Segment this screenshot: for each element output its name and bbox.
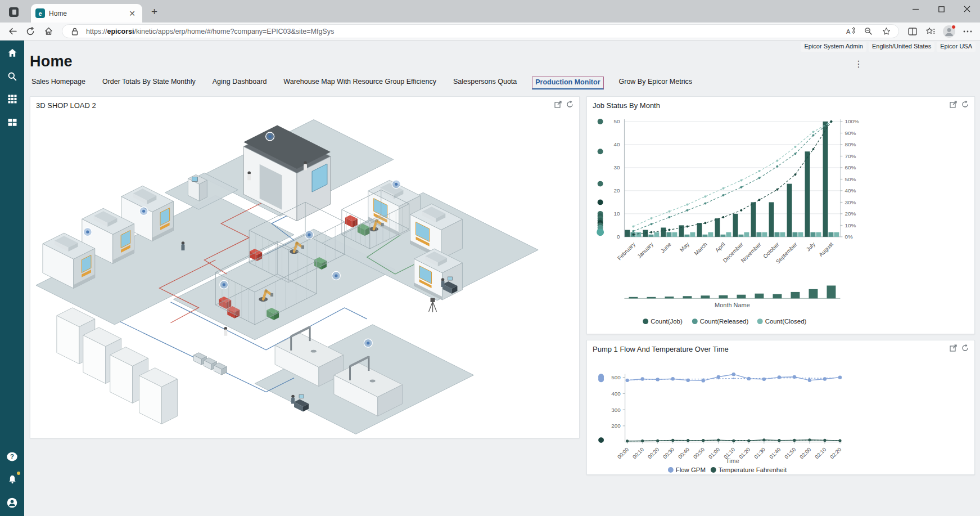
epicor-favicon: e	[35, 8, 45, 18]
tab-close-icon[interactable]: ✕	[127, 9, 138, 18]
sidebar-item-account[interactable]	[6, 496, 19, 509]
svg-text:30: 30	[613, 164, 620, 170]
factory-illustration[interactable]	[30, 114, 579, 438]
browser-tab[interactable]: e Home ✕	[31, 4, 142, 23]
svg-text:A: A	[846, 28, 851, 35]
svg-text:30%: 30%	[844, 199, 856, 205]
svg-text:February: February	[616, 241, 636, 261]
favorite-star-icon[interactable]	[879, 27, 893, 35]
minimize-button[interactable]	[902, 0, 928, 18]
favorites-bar-button[interactable]	[923, 24, 938, 39]
refresh-panel-icon[interactable]	[566, 100, 573, 110]
legend-item: Count(Closed)	[765, 318, 807, 325]
context-user[interactable]: Epicor System Admin	[801, 42, 866, 52]
tab-salespersons-quota[interactable]: Salespersons Quota	[451, 77, 518, 89]
svg-text:60%: 60%	[844, 164, 856, 170]
sidebar-item-apps-grid[interactable]	[6, 92, 19, 106]
svg-text:April: April	[714, 241, 726, 253]
svg-text:01:40: 01:40	[768, 446, 782, 460]
svg-text:500: 500	[611, 374, 621, 380]
zoom-out-icon[interactable]	[861, 27, 875, 35]
svg-text:00:00: 00:00	[616, 446, 630, 460]
svg-text:March: March	[693, 241, 708, 256]
job-status-panel: Job Status By Month 010203040500%10%20%3…	[586, 96, 975, 334]
svg-text:01:50: 01:50	[783, 446, 797, 460]
sidebar-item-home[interactable]	[6, 46, 19, 60]
notification-badge	[17, 472, 20, 475]
shop-load-panel: 3D SHOP LOAD 2	[30, 96, 580, 438]
svg-text:01:30: 01:30	[753, 446, 766, 460]
legend-item: Count(Released)	[700, 318, 749, 325]
svg-text:0%: 0%	[844, 234, 853, 240]
svg-text:20%: 20%	[844, 210, 856, 217]
open-panel-icon[interactable]	[950, 100, 957, 110]
svg-text:200: 200	[611, 423, 621, 429]
address-bar[interactable]: https://epicorsi/kinetic/apps/erp/home/#…	[62, 24, 899, 38]
app-sidebar: ?	[0, 41, 24, 516]
close-button[interactable]	[954, 0, 980, 18]
browser-titlebar: e Home ✕ +	[0, 0, 980, 23]
page-title: Home	[30, 53, 73, 70]
open-panel-icon[interactable]	[950, 344, 957, 354]
tab-warehouse-map-with-resource-group-efficiency[interactable]: Warehouse Map With Resource Group Effici…	[282, 77, 438, 89]
page-menu-kebab[interactable]: ⋮	[851, 59, 866, 70]
lock-icon	[68, 28, 82, 35]
sidebar-item-help[interactable]: ?	[6, 450, 19, 463]
browser-toolbar: https://epicorsi/kinetic/apps/erp/home/#…	[0, 23, 980, 41]
svg-text:01:20: 01:20	[738, 446, 751, 460]
svg-text:Time: Time	[726, 457, 739, 464]
svg-text:May: May	[679, 241, 690, 253]
tab-sales-homepage[interactable]: Sales Homepage	[30, 77, 87, 89]
svg-text:02:00: 02:00	[798, 446, 812, 460]
back-button[interactable]	[4, 24, 20, 39]
tab-grow-by-epicor-metrics[interactable]: Grow By Epicor Metrics	[617, 77, 694, 89]
context-company[interactable]: Epicor USA	[937, 42, 976, 52]
dashboard-tab-strip: Sales HomepageOrder Totals By State Mont…	[24, 70, 980, 93]
tab-title: Home	[49, 10, 123, 17]
reload-button[interactable]	[22, 24, 38, 39]
tab-aging-dashboard[interactable]: Aging Dashboard	[211, 77, 269, 89]
sidebar-item-dashboards[interactable]	[6, 115, 19, 129]
svg-text:0: 0	[617, 234, 620, 240]
panel-title: Pump 1 Flow And Temperature Over Time	[593, 345, 729, 353]
url-text[interactable]: https://epicorsi/kinetic/apps/erp/home/#…	[86, 28, 839, 35]
workspaces-icon[interactable]	[9, 7, 19, 17]
svg-text:50%: 50%	[844, 176, 856, 182]
svg-text:November: November	[740, 241, 763, 264]
svg-text:00:50: 00:50	[692, 446, 706, 460]
pump-panel: Pump 1 Flow And Temperature Over Time 20…	[586, 340, 975, 475]
svg-text:?: ?	[10, 453, 14, 460]
svg-text:50: 50	[613, 118, 620, 124]
tab-production-monitor[interactable]: Production Monitor	[532, 77, 603, 89]
refresh-panel-icon[interactable]	[961, 344, 969, 354]
tab-order-totals-by-state-monthly[interactable]: Order Totals By State Monthly	[101, 77, 197, 89]
sidebar-item-notifications[interactable]	[6, 473, 19, 486]
job-status-chart[interactable]: 010203040500%10%20%30%40%50%60%70%80%90%…	[587, 114, 974, 334]
svg-text:400: 400	[611, 391, 621, 397]
profile-notification-dot	[951, 25, 956, 29]
context-bar: Epicor System Admin English/United State…	[24, 41, 980, 52]
sidebar-item-search[interactable]	[6, 69, 19, 83]
legend-item: Count(Job)	[651, 318, 683, 325]
svg-text:Month Name: Month Name	[715, 302, 750, 308]
home-button[interactable]	[40, 24, 56, 39]
svg-text:July: July	[805, 241, 816, 252]
pump-chart[interactable]: 20030040050000:0000:1000:2000:3000:4000:…	[587, 357, 974, 474]
split-screen-button[interactable]	[905, 24, 920, 39]
svg-text:40: 40	[613, 141, 620, 147]
read-aloud-icon[interactable]: A	[843, 27, 857, 35]
profile-avatar[interactable]	[943, 25, 955, 38]
svg-text:10: 10	[613, 210, 620, 217]
browser-menu-button[interactable]	[960, 24, 976, 39]
svg-text:00:10: 00:10	[631, 446, 645, 460]
svg-text:40%: 40%	[844, 187, 856, 194]
new-tab-button[interactable]: +	[148, 6, 161, 18]
open-panel-icon[interactable]	[554, 100, 562, 110]
context-locale[interactable]: English/United States	[869, 42, 934, 52]
refresh-panel-icon[interactable]	[961, 100, 969, 110]
svg-text:80%: 80%	[844, 141, 856, 147]
svg-text:20: 20	[613, 187, 620, 194]
maximize-button[interactable]	[928, 0, 954, 18]
svg-text:00:20: 00:20	[647, 446, 660, 460]
svg-text:June: June	[660, 241, 672, 254]
